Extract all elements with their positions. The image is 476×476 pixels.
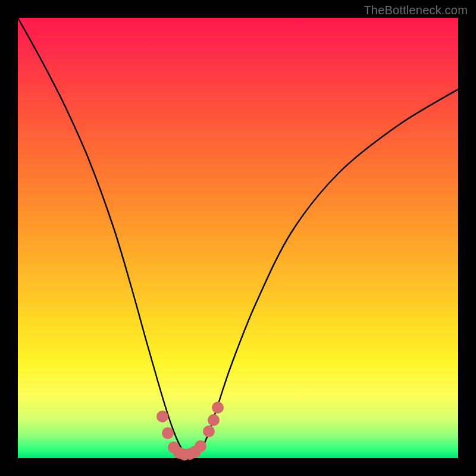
valley-marker: [195, 440, 206, 452]
bottleneck-curve: [18, 18, 458, 455]
watermark-text: TheBottleneck.com: [364, 4, 468, 17]
valley-marker: [203, 425, 215, 437]
chart-frame: TheBottleneck.com: [0, 0, 476, 476]
valley-marker: [208, 414, 220, 426]
chart-svg: [18, 18, 458, 458]
valley-marker: [156, 411, 168, 422]
valley-marker: [212, 402, 224, 414]
valley-marker: [162, 427, 174, 439]
